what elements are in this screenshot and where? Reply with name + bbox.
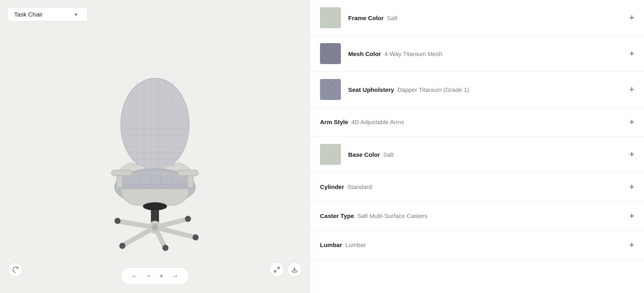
svg-point-41 xyxy=(193,235,198,240)
option-row-cylinder[interactable]: CylinderStandard+ xyxy=(310,172,644,202)
product-name: Task Chair xyxy=(14,11,43,18)
navigate-back-button[interactable]: ← xyxy=(128,271,142,281)
option-row-arm-style[interactable]: Arm Style4D Adjustable Arms+ xyxy=(310,108,644,137)
option-label-cylinder: Cylinder xyxy=(320,183,344,190)
option-value-arm-style: 4D Adjustable Arms xyxy=(351,118,404,125)
option-row-mesh-color[interactable]: Mesh Color4-Way Titanium Mesh+ xyxy=(310,36,644,72)
option-label-mesh-color: Mesh Color xyxy=(348,50,381,57)
option-label-seat-upholstery: Seat Upholstery xyxy=(348,86,394,93)
svg-rect-29 xyxy=(178,170,198,176)
chair-image-area xyxy=(0,0,310,293)
bottom-toolbar: ← − + → xyxy=(0,267,310,285)
option-value-caster-type: Salt Multi-Surface Casters xyxy=(357,212,427,219)
navigate-forward-button[interactable]: → xyxy=(168,271,182,281)
swatch-mesh-color xyxy=(320,43,341,64)
add-button-lumbar[interactable]: + xyxy=(629,241,634,249)
svg-point-40 xyxy=(185,216,191,222)
option-value-mesh-color: 4-Way Titanium Mesh xyxy=(384,50,443,57)
download-icon[interactable] xyxy=(287,262,302,277)
zoom-out-button[interactable]: − xyxy=(143,271,155,281)
product-selector[interactable]: Task Chair ▾ xyxy=(7,7,88,21)
option-row-base-color[interactable]: Base ColorSalt+ xyxy=(310,137,644,172)
option-row-frame-color[interactable]: Frame ColorSalt+ xyxy=(310,0,644,36)
expand-icon[interactable] xyxy=(270,262,284,277)
rotate-button[interactable] xyxy=(8,262,23,277)
svg-point-39 xyxy=(152,224,158,231)
chevron-down-icon: ▾ xyxy=(75,12,77,17)
toolbar-right-actions xyxy=(270,262,302,277)
svg-rect-27 xyxy=(111,170,132,176)
zoom-controls: ← − + → xyxy=(121,267,190,285)
svg-point-42 xyxy=(163,245,168,251)
svg-line-46 xyxy=(275,270,277,272)
option-label-frame-color: Frame Color xyxy=(348,15,384,21)
option-row-lumbar[interactable]: LumbarLumbar+ xyxy=(310,231,644,260)
option-row-caster-type[interactable]: Caster TypeSalt Multi-Surface Casters+ xyxy=(310,202,644,231)
svg-rect-28 xyxy=(117,176,122,188)
add-button-cylinder[interactable]: + xyxy=(629,183,634,191)
svg-line-45 xyxy=(277,267,279,269)
option-value-base-color: Salt xyxy=(383,151,394,158)
swatch-seat-upholstery xyxy=(320,79,341,100)
option-label-base-color: Base Color xyxy=(348,151,380,158)
option-value-lumbar: Lumbar xyxy=(345,241,366,248)
option-label-lumbar: Lumbar xyxy=(320,241,342,248)
svg-point-44 xyxy=(115,218,120,224)
right-panel: Frame ColorSalt+Mesh Color4-Way Titanium… xyxy=(310,0,644,293)
swatch-frame-color xyxy=(320,7,341,28)
option-label-arm-style: Arm Style xyxy=(320,118,348,125)
zoom-in-button[interactable]: + xyxy=(155,271,167,281)
swatch-base-color xyxy=(320,144,341,165)
add-button-seat-upholstery[interactable]: + xyxy=(629,85,634,94)
add-button-arm-style[interactable]: + xyxy=(629,118,634,127)
chair-svg xyxy=(78,58,231,251)
add-button-frame-color[interactable]: + xyxy=(629,13,634,22)
option-label-caster-type: Caster Type xyxy=(320,212,354,219)
option-value-frame-color: Salt xyxy=(387,15,397,21)
option-value-seat-upholstery: Dapper Titanium (Grade 1) xyxy=(397,86,469,93)
chair-illustration xyxy=(0,16,310,293)
svg-rect-30 xyxy=(188,176,193,188)
svg-point-0 xyxy=(121,78,189,171)
svg-point-43 xyxy=(120,243,125,249)
option-value-cylinder: Standard xyxy=(347,183,372,190)
options-list: Frame ColorSalt+Mesh Color4-Way Titanium… xyxy=(310,0,644,260)
rotate-icon[interactable] xyxy=(8,262,23,277)
option-row-seat-upholstery[interactable]: Seat UpholsteryDapper Titanium (Grade 1)… xyxy=(310,72,644,108)
svg-point-32 xyxy=(143,202,167,210)
left-panel: Task Chair ▾ xyxy=(0,0,310,293)
add-button-caster-type[interactable]: + xyxy=(629,212,634,220)
add-button-base-color[interactable]: + xyxy=(629,150,634,159)
add-button-mesh-color[interactable]: + xyxy=(629,49,634,58)
